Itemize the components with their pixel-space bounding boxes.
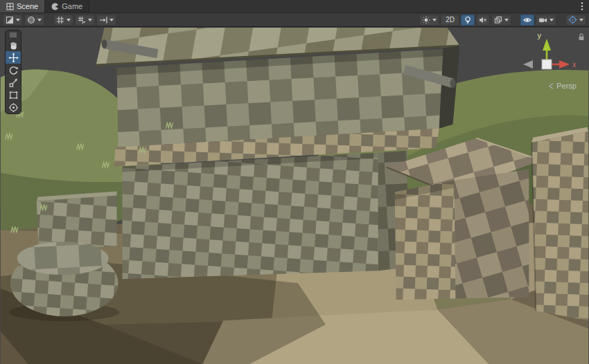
dropdown-caret-icon [109,19,114,21]
axis-y-handle[interactable] [543,39,551,60]
scene-grid-icon [6,3,14,10]
scene-lighting-sun-icon [422,16,430,24]
tab-game-label: Game [62,2,82,10]
drag-handle-icon [9,32,17,37]
tool-settings-button[interactable] [3,15,23,26]
palette-drag-handle[interactable] [6,30,21,39]
scene-3d-render[interactable] [0,28,589,364]
tool-scale-button[interactable] [6,76,21,89]
snap-increment-icon [99,16,107,24]
2d-toggle-button[interactable]: 2D [441,15,459,26]
gizmo-lock-button[interactable] [577,31,586,39]
dropdown-caret-icon [16,19,20,21]
snap-increment-button[interactable] [96,15,116,26]
vertical-dots-icon [581,1,583,11]
move-tool-icon [8,53,19,63]
tool-rotate-button[interactable] [6,64,21,76]
lightbulb-icon [464,16,472,24]
gizmos-crosshair-icon [568,15,577,24]
draw-mode-button[interactable] [24,15,44,26]
game-pacman-icon [51,3,59,10]
scene-visibility-toggle-button[interactable] [520,15,534,26]
tab-bar: Scene Game [0,0,589,13]
scene-view-toolbar: 2D [0,13,589,27]
hand-icon [8,40,19,51]
rect-tool-icon [8,90,19,100]
axis-x-label: x [572,60,577,69]
gizmos-menu-button[interactable] [565,15,586,26]
camera-icon [538,16,547,24]
lock-icon [577,33,586,41]
orientation-gizmo[interactable]: y x [514,29,581,79]
snap-grid-icon [78,16,86,24]
grid-visibility-button[interactable] [53,15,73,26]
dropdown-caret-icon [37,19,42,21]
axis-neg-x-handle[interactable] [523,60,533,69]
tool-pan-view-button[interactable] [6,39,21,51]
tool-move-button[interactable] [6,51,21,64]
persp-chevron-icon [548,82,554,90]
projection-label: Persp [556,82,577,90]
scene-audio-toggle-button[interactable] [476,15,490,26]
dropdown-caret-icon [579,19,583,21]
checker-pillar[interactable] [531,127,588,320]
scene-lighting-sun-button[interactable] [419,15,439,26]
scene-lighting-toggle-button[interactable] [461,15,475,26]
tool-settings-icon [6,16,14,24]
snap-grid-button[interactable] [75,15,95,26]
axis-x-handle[interactable] [552,60,570,69]
projection-toggle[interactable]: Persp [548,82,577,90]
rotate-tool-icon [8,65,19,75]
visibility-eye-icon [523,16,531,24]
tool-transform-button[interactable] [6,101,21,113]
small-house[interactable] [387,138,542,300]
effects-layers-icon [494,16,502,24]
dropdown-caret-icon [550,19,554,21]
2d-toggle-label: 2D [443,17,457,24]
scene-viewport[interactable]: y x Persp [0,28,589,364]
tab-game[interactable]: Game [45,0,89,12]
audio-mute-icon [479,16,487,24]
window-menu-button[interactable] [575,0,589,12]
dropdown-caret-icon [67,19,71,21]
tab-scene[interactable]: Scene [0,0,45,12]
draw-mode-sphere-icon [27,16,35,24]
scale-tool-icon [8,78,19,88]
grid-visibility-icon [56,16,64,24]
unity-scene-view-window: Scene Game [0,0,589,364]
tool-palette [5,30,21,114]
dropdown-caret-icon [432,19,437,21]
round-mound[interactable] [9,242,120,321]
tool-rect-button[interactable] [6,89,21,101]
scene-camera-button[interactable] [536,15,556,26]
dropdown-caret-icon [88,19,92,21]
scene-effects-button[interactable] [491,15,511,26]
axis-y-label: y [538,31,542,39]
tab-scene-label: Scene [17,2,38,10]
gizmo-center-cube[interactable] [542,60,552,69]
dropdown-caret-icon [504,19,509,21]
transform-tool-icon [8,102,19,113]
